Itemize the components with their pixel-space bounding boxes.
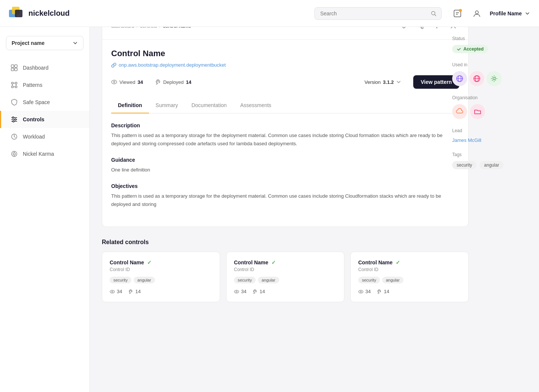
tab-assessments[interactable]: Assessments <box>234 98 278 113</box>
svg-point-13 <box>12 82 13 84</box>
user-icon-button[interactable] <box>470 7 484 20</box>
svg-rect-11 <box>11 68 14 71</box>
logo-text: nickelcloud <box>28 9 70 18</box>
version-selector: Version 3.1.2 <box>365 79 401 85</box>
eye-icon <box>111 79 117 85</box>
check-icon-2: ✓ <box>396 259 400 265</box>
sidebar-item-dashboard[interactable]: Dashboard <box>0 59 89 76</box>
tag-security[interactable]: security <box>452 161 476 169</box>
lead-link[interactable]: James McGill <box>452 137 481 143</box>
deployed-value: 14 <box>186 79 191 85</box>
rocket-icon <box>377 289 382 294</box>
viewed-count: Viewed 34 <box>111 79 143 85</box>
control-panel: dashboard / controls / control name <box>102 12 469 227</box>
folder-icon <box>473 107 482 116</box>
tab-definition[interactable]: Definition <box>111 98 149 113</box>
search-icon <box>431 10 436 16</box>
svg-rect-10 <box>15 65 17 67</box>
svg-point-8 <box>475 11 478 14</box>
sidebar-item-label: Dashboard <box>23 65 49 71</box>
chevron-down-icon <box>73 40 78 46</box>
sidebar-item-label: Controls <box>23 116 45 122</box>
related-card-0[interactable]: Control Name ✓ Control ID security angul… <box>102 252 220 302</box>
related-card-2[interactable]: Control Name ✓ Control ID security angul… <box>350 252 469 302</box>
chevron-down-icon <box>525 11 530 16</box>
lead-section: Lead James McGill <box>452 128 527 143</box>
check-icon <box>457 47 461 51</box>
search-input[interactable] <box>320 10 427 16</box>
topnav: nickelcloud Profile Name <box>0 0 539 27</box>
objectives-title: Objectives <box>111 183 459 189</box>
tag-security-2: security <box>358 277 380 283</box>
project-selector[interactable]: Project name <box>6 36 83 50</box>
link-icon <box>111 63 116 68</box>
lead-label: Lead <box>452 128 527 133</box>
rocket-icon <box>252 289 258 294</box>
sidebar-item-nickelkarma[interactable]: Nickel Karma <box>0 145 89 162</box>
tag-security-1: security <box>234 277 256 283</box>
sidebar-item-safespace[interactable]: Safe Space <box>0 94 89 111</box>
control-title: Control Name <box>111 49 459 58</box>
notification-dot <box>459 9 462 12</box>
cloud-icon <box>456 107 464 116</box>
related-card-meta-1: 34 14 <box>234 289 337 294</box>
svg-point-42 <box>112 80 117 84</box>
user-icon <box>473 9 481 18</box>
logo-icon <box>9 7 25 20</box>
objectives-section: Objectives This pattern is used as a tem… <box>111 183 459 209</box>
logo: nickelcloud <box>9 7 70 20</box>
control-link-text: onp.aws.bootstrap.deployment.deploymentb… <box>119 62 226 68</box>
svg-point-48 <box>359 290 363 293</box>
safespace-icon <box>10 98 18 106</box>
rocket-icon <box>128 289 133 294</box>
status-badge: Accepted <box>452 45 488 53</box>
tags-section: Tags security angular <box>452 152 527 169</box>
sidebar: Project name Dashboard <box>0 27 90 314</box>
related-card-id-1: Control ID <box>234 267 337 272</box>
related-card-tags-1: security angular <box>234 277 337 283</box>
search-bar[interactable] <box>314 7 442 20</box>
sidebar-item-patterns[interactable]: Patterns <box>0 76 89 94</box>
used-in-avatar-0[interactable] <box>452 71 467 86</box>
controls-icon <box>10 115 18 124</box>
deployed-label: Deployed <box>163 79 184 85</box>
meta-row: Viewed 34 Deployed 14 Versio <box>111 75 459 89</box>
org-avatar-0[interactable] <box>452 104 467 119</box>
related-card-id-0: Control ID <box>110 267 212 272</box>
version-dropdown[interactable] <box>396 79 401 85</box>
sidebar-item-label: Patterns <box>23 82 42 88</box>
related-grid: Control Name ✓ Control ID security angul… <box>102 252 469 302</box>
svg-point-49 <box>360 291 362 292</box>
svg-point-56 <box>493 78 495 80</box>
tab-summary[interactable]: Summary <box>149 98 185 113</box>
profile-button[interactable]: Profile Name <box>490 10 530 16</box>
used-in-avatar-2[interactable] <box>487 71 502 86</box>
workload-icon <box>10 133 18 141</box>
panel-body: Control Name onp.aws.bootstrap.deploymen… <box>102 40 468 227</box>
tag-angular[interactable]: angular <box>479 161 503 169</box>
org-avatar-1[interactable] <box>470 104 485 119</box>
related-card-tags-2: security angular <box>358 277 461 283</box>
notifications-button[interactable] <box>451 7 464 20</box>
viewed-label: Viewed <box>119 79 135 85</box>
svg-line-4 <box>435 14 436 16</box>
check-icon-1: ✓ <box>271 259 276 265</box>
eye-icon <box>234 289 239 294</box>
related-card-1[interactable]: Control Name ✓ Control ID security angul… <box>226 252 344 302</box>
related-card-title-1: Control Name ✓ <box>234 259 337 265</box>
status-label: Status <box>452 36 527 41</box>
tags-label: Tags <box>452 152 527 157</box>
used-in-avatar-1[interactable] <box>469 71 484 86</box>
sidebar-item-workload[interactable]: Workload <box>0 128 89 145</box>
description-section: Description This pattern is used as a te… <box>111 122 459 148</box>
related-card-id-2: Control ID <box>358 267 461 272</box>
sidebar-item-controls[interactable]: Controls <box>0 111 89 128</box>
control-link[interactable]: onp.aws.bootstrap.deployment.deploymentb… <box>111 62 459 68</box>
used-in-avatars <box>452 71 527 86</box>
organisation-section: Organisation <box>452 95 527 119</box>
tab-documentation[interactable]: Documentation <box>185 98 233 113</box>
viewed-value: 34 <box>137 79 143 85</box>
chevron-down-icon <box>396 79 401 85</box>
svg-point-16 <box>15 86 17 88</box>
sidebar-item-label: Workload <box>23 134 45 140</box>
